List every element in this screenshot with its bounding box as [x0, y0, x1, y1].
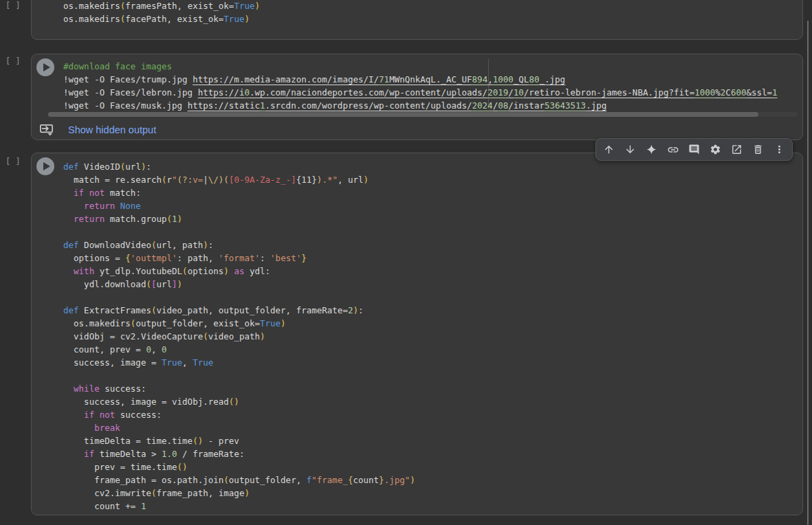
url-link[interactable]: _.jpg — [539, 74, 565, 85]
code-line: os.makedirs(output_folder, exist_ok=True… — [63, 317, 800, 330]
code-line: os.makedirs(facePath, exist_ok=True) — [63, 12, 800, 25]
code-line: cv2.imwrite(frame_path, image) — [63, 487, 800, 500]
url-link[interactable]: 600 — [731, 87, 747, 98]
show-hidden-output-label: Show hidden output — [68, 124, 156, 135]
code-line: count += 1 — [63, 500, 800, 513]
url-link[interactable]: 2024 — [472, 100, 493, 111]
move-cell-up-icon[interactable] — [601, 142, 617, 158]
url-link[interactable]: _QL — [514, 74, 529, 85]
mirror-cell-tab-icon[interactable] — [728, 142, 745, 158]
url-link[interactable]: MWnQnkAqL._AC_UF — [389, 74, 472, 85]
code-line: while success: — [63, 382, 800, 395]
url-link[interactable]: https://m.media-amazon.com/images/I/ — [193, 74, 379, 85]
code-line — [63, 225, 800, 238]
code-line: if timeDelta > 1.0 / frameRate: — [63, 447, 800, 460]
run-cell-button[interactable] — [36, 58, 54, 76]
code-line: match = re.search(r"(?:v=|\/)([0-9A-Za-z… — [63, 173, 800, 186]
code-line: !wget -O Faces/trump.jpg https://m.media… — [63, 73, 800, 86]
gemini-sparkle-icon[interactable] — [644, 142, 660, 158]
code-line: options = {'outtmpl': path, 'format': 'b… — [63, 252, 800, 265]
url-link[interactable]: /instar — [508, 100, 545, 111]
url-link[interactable]: 0 — [244, 87, 250, 98]
code-line: break — [63, 421, 800, 434]
code-line: def ExtractFrames(video_path, output_fol… — [63, 304, 800, 317]
more-actions-icon[interactable] — [771, 142, 787, 158]
show-hidden-output-button[interactable]: Show hidden output — [39, 122, 156, 137]
code-line: return None — [63, 199, 800, 212]
vertical-scrollbar-thumb[interactable] — [807, 21, 809, 525]
url-link[interactable]: , — [487, 74, 493, 85]
comment-icon[interactable] — [685, 142, 702, 158]
url-link[interactable]: 53643513 — [545, 100, 586, 111]
code-line: ydl.download([url]) — [63, 278, 800, 291]
url-link[interactable]: 1000 — [493, 74, 514, 85]
code-line: frame_path = os.path.join(output_folder,… — [63, 473, 800, 487]
cell-execution-indicator: [ ] — [6, 56, 21, 66]
url-link[interactable]: 80 — [529, 74, 539, 85]
cell-toolbar — [595, 138, 793, 161]
code-line: if not match: — [63, 186, 800, 199]
code-line: success, image = True, True — [63, 356, 800, 369]
code-line: def VideoID(url): — [63, 160, 800, 173]
editor-settings-icon[interactable] — [707, 142, 723, 158]
code-line: !wget -O Faces/musk.jpg https://static1.… — [63, 99, 800, 112]
url-link[interactable]: C — [725, 87, 731, 98]
url-link[interactable]: .jpg — [586, 100, 606, 111]
url-link[interactable]: 1000 — [694, 87, 715, 98]
url-link[interactable]: 894 — [472, 74, 488, 85]
url-link[interactable]: / — [508, 87, 514, 98]
code-line: if not success: — [63, 408, 800, 421]
code-line — [63, 369, 800, 382]
url-link[interactable]: 1 — [260, 100, 265, 111]
code-line: count, prev = 0, 0 — [63, 343, 800, 356]
code-line: os.makedirs(framesPath, exist_ok=True) — [63, 0, 800, 12]
code-line: !wget -O Faces/lebron.jpg https://i0.wp.… — [63, 86, 800, 99]
code-editor[interactable]: def VideoID(url): match = re.search(r"(?… — [63, 160, 800, 513]
move-cell-down-icon[interactable] — [622, 142, 639, 158]
code-line: prev = time.time() — [63, 460, 800, 473]
url-link[interactable]: 10 — [514, 87, 524, 98]
url-link[interactable]: .wp.com/naciondeportes.com/wp-content/up… — [250, 87, 487, 98]
code-line: success, image = vidObj.read() — [63, 395, 800, 408]
run-cell-button[interactable] — [36, 157, 54, 175]
url-link[interactable]: 2019 — [487, 87, 508, 98]
horizontal-scrollbar-thumb[interactable] — [48, 112, 758, 117]
code-line: with yt_dlp.YoutubeDL(options) as ydl: — [63, 265, 800, 278]
copy-link-icon[interactable] — [665, 142, 681, 158]
url-link[interactable]: .srcdn.com/wordpress/wp-content/uploads/ — [265, 100, 472, 111]
cell-execution-indicator: [ ] — [6, 157, 21, 166]
code-editor[interactable]: os.makedirs(framesPath, exist_ok=True)os… — [63, 0, 800, 25]
code-line — [63, 291, 800, 304]
url-link[interactable]: 08 — [498, 100, 508, 111]
url-link[interactable]: https://i — [198, 87, 245, 98]
url-link[interactable]: % — [715, 87, 721, 98]
horizontal-scrollbar[interactable] — [48, 112, 798, 117]
code-line: return match.group(1) — [63, 212, 800, 225]
delete-cell-icon[interactable] — [749, 142, 766, 158]
code-line: timeDelta = time.time() - prev — [63, 434, 800, 447]
code-line: vidObj = cv2.VideoCapture(video_path) — [63, 330, 800, 343]
url-link[interactable]: &ssl= — [746, 87, 772, 98]
code-line: def DownloadVideo(url, path): — [63, 238, 800, 252]
url-link[interactable]: 1 — [772, 87, 778, 98]
url-link[interactable]: 71 — [379, 74, 389, 85]
cell-execution-indicator: [ ] — [6, 1, 21, 10]
code-line: #download face images — [63, 60, 800, 73]
code-editor[interactable]: #download face images!wget -O Faces/trum… — [63, 60, 800, 112]
url-link[interactable]: /retiro-lebron-james-NBA.jpg?fit= — [524, 87, 694, 98]
toggle-output-icon — [39, 122, 54, 137]
url-link[interactable]: https://static — [188, 100, 260, 111]
